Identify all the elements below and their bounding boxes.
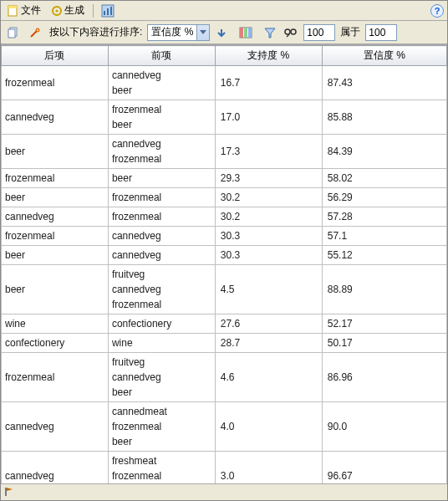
svg-point-15 [285, 29, 290, 34]
table-row[interactable]: beercannedveg frozenmeal17.384.39 [2, 135, 447, 169]
limit-input-2[interactable] [365, 24, 397, 41]
svg-rect-12 [240, 28, 243, 38]
file-icon [8, 5, 19, 17]
table-row[interactable]: beerfrozenmeal30.256.29 [2, 188, 447, 207]
svg-rect-14 [248, 28, 252, 38]
limit-input-1[interactable] [303, 24, 335, 41]
menu-file[interactable]: 文件 [4, 3, 44, 18]
flag-icon [4, 487, 14, 497]
col-header-0[interactable]: 后项 [2, 46, 109, 66]
table-row[interactable]: frozenmealcannedveg30.357.1 [2, 227, 447, 246]
table-row[interactable]: frozenmealbeer29.358.02 [2, 169, 447, 188]
table-row[interactable]: frozenmealfruitveg cannedveg beer4.686.9… [2, 353, 447, 402]
table-scroll[interactable]: 后项前项支持度 %置信度 % frozenmealcannedveg beer1… [1, 44, 447, 483]
table-row[interactable]: wineconfectionery27.652.17 [2, 314, 447, 334]
gear-icon [51, 5, 63, 17]
table-row[interactable]: cannedvegcannedmeat frozenmeal beer4.090… [2, 402, 447, 452]
belong-label: 属于 [339, 25, 362, 39]
status-bar [1, 483, 447, 498]
copy-button[interactable] [4, 24, 23, 41]
menu-separator [93, 4, 94, 18]
table-row[interactable]: beerfruitveg cannedveg frozenmeal4.588.8… [2, 265, 447, 314]
results-table: 后项前项支持度 %置信度 % frozenmealcannedveg beer1… [1, 45, 447, 483]
svg-rect-7 [110, 7, 112, 15]
svg-point-16 [291, 29, 296, 34]
table-row[interactable]: cannedvegfreshmeat frozenmeal beer3.096.… [2, 452, 447, 484]
col-header-2[interactable]: 支持度 % [215, 46, 322, 66]
svg-rect-5 [104, 11, 105, 15]
col-header-1[interactable]: 前项 [108, 46, 215, 66]
table-row[interactable]: confectionerywine28.750.17 [2, 334, 447, 353]
table-row[interactable]: cannedvegfrozenmeal beer17.085.88 [2, 100, 447, 135]
sort-label: 按以下内容进行排序: [48, 25, 144, 39]
sort-down-button[interactable] [213, 24, 230, 41]
svg-point-3 [56, 9, 59, 12]
svg-rect-13 [244, 28, 247, 38]
menu-generate-label: 生成 [64, 3, 84, 18]
wand-button[interactable] [26, 24, 44, 41]
sort-combo[interactable]: 置信度 % [147, 24, 210, 41]
filter-button[interactable] [262, 24, 278, 41]
columns-button[interactable] [237, 24, 255, 41]
table-row[interactable]: frozenmealcannedveg beer16.787.43 [2, 66, 447, 100]
toolbar: 按以下内容进行排序: 置信度 % 属于 [1, 21, 447, 44]
table-row[interactable]: cannedvegfrozenmeal30.257.28 [2, 207, 447, 227]
sort-combo-value: 置信度 % [148, 25, 196, 39]
table-body: frozenmealcannedveg beer16.787.43cannedv… [2, 66, 447, 484]
svg-rect-18 [5, 488, 7, 496]
find-button[interactable] [282, 24, 300, 41]
col-header-3[interactable]: 置信度 % [322, 46, 446, 66]
chevron-down-icon [196, 25, 209, 40]
svg-rect-9 [8, 29, 15, 38]
svg-point-10 [36, 28, 39, 32]
help-icon[interactable]: ? [430, 4, 444, 18]
table-row[interactable]: beercannedveg30.355.12 [2, 246, 447, 265]
menubar: 文件 生成 ? [1, 1, 447, 21]
chart-button[interactable] [99, 3, 117, 19]
table-header-row: 后项前项支持度 %置信度 % [2, 46, 447, 66]
svg-rect-6 [107, 8, 109, 15]
menu-file-label: 文件 [21, 3, 41, 18]
svg-rect-1 [8, 6, 17, 8]
menu-generate[interactable]: 生成 [48, 3, 88, 18]
